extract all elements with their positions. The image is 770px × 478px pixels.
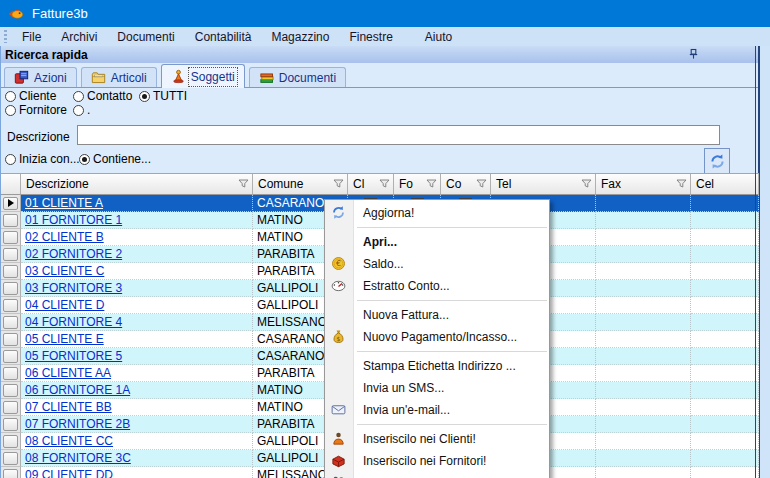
row-selector-button[interactable] bbox=[3, 231, 18, 244]
radio-cliente[interactable]: Cliente bbox=[5, 89, 56, 103]
row-selector-button[interactable] bbox=[3, 248, 18, 261]
row-selector-button[interactable] bbox=[3, 435, 18, 448]
cell-descrizione[interactable]: 04 CLIENTE D bbox=[21, 297, 253, 314]
cell-descrizione[interactable]: 06 CLIENTE AA bbox=[21, 365, 253, 382]
soggetto-link[interactable]: 07 FORNITORE 2B bbox=[25, 417, 130, 431]
radio-iniziacon[interactable]: Inizia con... bbox=[5, 152, 80, 166]
menu-item-estratto-conto[interactable]: Estratto Conto... bbox=[325, 275, 549, 297]
menubar-item-finestre[interactable]: Finestre bbox=[339, 28, 402, 46]
cell-descrizione[interactable]: 07 FORNITORE 2B bbox=[21, 416, 253, 433]
radio-contiene[interactable]: Contiene... bbox=[79, 152, 151, 166]
menu-item-saldo[interactable]: €Saldo... bbox=[325, 253, 549, 275]
row-selector[interactable] bbox=[1, 263, 21, 280]
row-selector-button[interactable] bbox=[3, 299, 18, 312]
filter-funnel-icon[interactable] bbox=[676, 179, 687, 189]
soggetto-link[interactable]: 03 CLIENTE C bbox=[25, 264, 104, 278]
menu-item-nuova-fattura[interactable]: Nuova Fattura... bbox=[325, 304, 549, 326]
filter-funnel-icon[interactable] bbox=[581, 179, 592, 189]
cell-descrizione[interactable]: 05 CLIENTE E bbox=[21, 331, 253, 348]
menubar-item-archivi[interactable]: Archivi bbox=[51, 28, 107, 46]
menu-item-inseriscilo-nei-contatti[interactable]: Inseriscilo nei Contatti! bbox=[325, 472, 549, 478]
cell-descrizione[interactable]: 05 FORNITORE 5 bbox=[21, 348, 253, 365]
cell-descrizione[interactable]: 09 CLIENTE DD bbox=[21, 467, 253, 478]
row-selector[interactable] bbox=[1, 212, 21, 229]
row-selector-button[interactable] bbox=[3, 316, 18, 329]
radio-unnamed[interactable]: . bbox=[73, 103, 90, 117]
descrizione-input[interactable] bbox=[77, 125, 720, 145]
menubar-item-file[interactable]: File bbox=[12, 28, 51, 46]
row-selector[interactable] bbox=[1, 399, 21, 416]
row-selector[interactable] bbox=[1, 416, 21, 433]
soggetto-link[interactable]: 08 FORNITORE 3C bbox=[25, 451, 131, 465]
row-selector[interactable] bbox=[1, 314, 21, 331]
filter-funnel-icon[interactable] bbox=[333, 179, 344, 189]
column-header-descrizione[interactable]: Descrizione bbox=[21, 174, 253, 195]
row-selector[interactable] bbox=[1, 348, 21, 365]
tab-documenti[interactable]: Documenti bbox=[249, 67, 346, 87]
soggetto-link[interactable]: 01 FORNITORE 1 bbox=[25, 213, 122, 227]
tab-soggetti[interactable]: Soggetti bbox=[161, 64, 245, 88]
row-selector-button[interactable] bbox=[3, 214, 18, 227]
soggetto-link[interactable]: 04 CLIENTE D bbox=[25, 298, 104, 312]
cell-descrizione[interactable]: 08 FORNITORE 3C bbox=[21, 450, 253, 467]
row-selector-button[interactable] bbox=[3, 469, 18, 478]
row-selector[interactable] bbox=[1, 195, 21, 212]
cell-descrizione[interactable]: 01 FORNITORE 1 bbox=[21, 212, 253, 229]
menu-item-stampa-etichetta-indirizzo[interactable]: Stampa Etichetta Indirizzo ... bbox=[325, 355, 549, 377]
column-header-cel[interactable]: Cel bbox=[691, 174, 759, 195]
radio-tutti[interactable]: TUTTI bbox=[139, 89, 187, 103]
cell-descrizione[interactable]: 03 CLIENTE C bbox=[21, 263, 253, 280]
tab-articoli[interactable]: Articoli bbox=[81, 67, 157, 87]
menubar-item-magazzino[interactable]: Magazzino bbox=[261, 28, 339, 46]
column-header-co[interactable]: Co bbox=[441, 174, 491, 195]
row-selector-button[interactable] bbox=[3, 265, 18, 278]
row-selector-button[interactable] bbox=[3, 401, 18, 414]
cell-descrizione[interactable]: 04 FORNITORE 4 bbox=[21, 314, 253, 331]
cell-descrizione[interactable]: 06 FORNITORE 1A bbox=[21, 382, 253, 399]
menu-item-invia-un-sms[interactable]: Invia un SMS... bbox=[325, 377, 549, 399]
soggetto-link[interactable]: 07 CLIENTE BB bbox=[25, 400, 112, 414]
cell-descrizione[interactable]: 02 FORNITORE 2 bbox=[21, 246, 253, 263]
row-selector[interactable] bbox=[1, 331, 21, 348]
soggetto-link[interactable]: 02 CLIENTE B bbox=[25, 230, 104, 244]
row-selector[interactable] bbox=[1, 229, 21, 246]
cell-descrizione[interactable]: 03 FORNITORE 3 bbox=[21, 280, 253, 297]
radio-fornitore[interactable]: Fornitore bbox=[5, 103, 67, 117]
row-selector-button[interactable] bbox=[3, 367, 18, 380]
row-selector[interactable] bbox=[1, 246, 21, 263]
row-selector-button[interactable] bbox=[3, 418, 18, 431]
filter-funnel-icon[interactable] bbox=[379, 179, 390, 189]
cell-descrizione[interactable]: 07 CLIENTE BB bbox=[21, 399, 253, 416]
column-header-tel[interactable]: Tel bbox=[491, 174, 596, 195]
row-selector-button[interactable] bbox=[3, 333, 18, 346]
refresh-button[interactable] bbox=[704, 148, 730, 174]
row-selector-button[interactable] bbox=[3, 350, 18, 363]
soggetto-link[interactable]: 08 CLIENTE CC bbox=[25, 434, 113, 448]
row-selector[interactable] bbox=[1, 297, 21, 314]
row-selector[interactable] bbox=[1, 280, 21, 297]
menu-item-nuovo-pagamento-incasso[interactable]: $Nuovo Pagamento/Incasso... bbox=[325, 326, 549, 348]
column-header-cl[interactable]: Cl bbox=[348, 174, 394, 195]
menubar-item-aiuto[interactable]: Aiuto bbox=[415, 28, 462, 46]
column-header-comune[interactable]: Comune bbox=[253, 174, 348, 195]
filter-funnel-icon[interactable] bbox=[476, 179, 487, 189]
row-selector[interactable] bbox=[1, 433, 21, 450]
soggetto-link[interactable]: 02 FORNITORE 2 bbox=[25, 247, 122, 261]
column-header-fax[interactable]: Fax bbox=[596, 174, 691, 195]
tab-azioni[interactable]: Azioni bbox=[4, 67, 77, 87]
menu-item-inseriscilo-nei-fornitori[interactable]: Inseriscilo nei Fornitori! bbox=[325, 450, 549, 472]
row-selector[interactable] bbox=[1, 450, 21, 467]
soggetto-link[interactable]: 09 CLIENTE DD bbox=[25, 468, 113, 478]
menu-item-apri[interactable]: Apri... bbox=[325, 231, 549, 253]
row-selector-button[interactable] bbox=[3, 197, 18, 210]
toolbar-grip-handle[interactable] bbox=[4, 30, 7, 43]
filter-funnel-icon[interactable] bbox=[238, 179, 249, 189]
row-selector[interactable] bbox=[1, 467, 21, 478]
soggetto-link[interactable]: 05 FORNITORE 5 bbox=[25, 349, 122, 363]
cell-descrizione[interactable]: 02 CLIENTE B bbox=[21, 229, 253, 246]
cell-descrizione[interactable]: 01 CLIENTE A bbox=[21, 195, 253, 212]
menubar-item-contabilit[interactable]: Contabilità bbox=[185, 28, 262, 46]
menu-item-invia-un-e-mail[interactable]: Invia un'e-mail... bbox=[325, 399, 549, 421]
row-selector-button[interactable] bbox=[3, 282, 18, 295]
soggetto-link[interactable]: 05 CLIENTE E bbox=[25, 332, 104, 346]
